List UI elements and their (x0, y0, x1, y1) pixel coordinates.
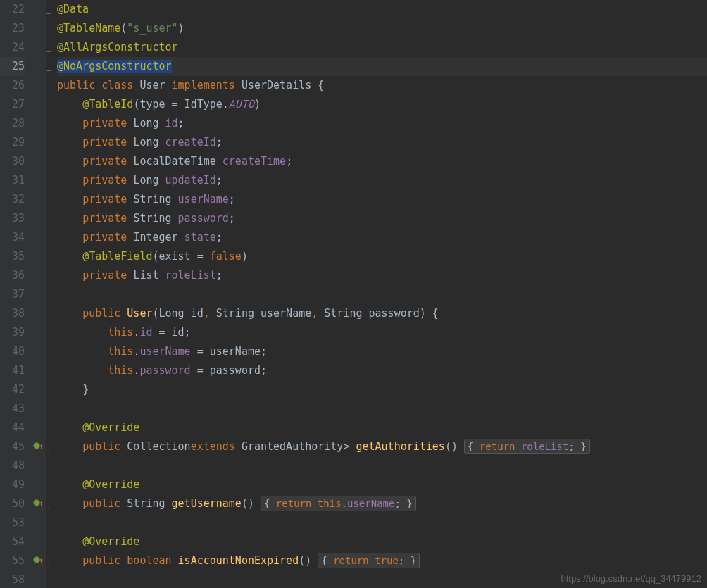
line-number[interactable]: 40 (0, 342, 25, 361)
code-line[interactable]: private Integer state; (57, 228, 707, 247)
line-number[interactable]: 45 (0, 437, 25, 456)
line-number[interactable]: 58 (0, 570, 25, 588)
line-number[interactable]: 54 (0, 532, 25, 551)
line-number[interactable]: 50 (0, 494, 25, 513)
override-marker-icon[interactable]: ↑ (33, 551, 44, 570)
line-number[interactable]: 55 (0, 551, 25, 570)
line-number[interactable]: 42 (0, 380, 25, 399)
line-number[interactable]: 31 (0, 171, 25, 190)
line-number[interactable]: 25 (0, 57, 25, 76)
marker-column: ↑↑↑ (32, 0, 46, 588)
code-line[interactable]: private Long updateId; (57, 171, 707, 190)
line-number[interactable]: 28 (0, 114, 25, 133)
code-line[interactable]: @Data (57, 0, 707, 19)
line-number[interactable]: 36 (0, 266, 25, 285)
code-line[interactable]: public boolean isAccountNonExpired() { r… (57, 551, 707, 570)
line-number[interactable]: 32 (0, 190, 25, 209)
code-line[interactable]: public Collectionextends GrantedAuthorit… (57, 437, 707, 456)
code-line[interactable]: private Long createId; (57, 133, 707, 152)
line-number[interactable]: 26 (0, 76, 25, 95)
watermark-text: https://blog.csdn.net/qq_34479912 (561, 573, 702, 584)
code-line[interactable]: this.userName = userName; (57, 342, 707, 361)
line-number[interactable]: 38 (0, 304, 25, 323)
code-line[interactable]: private String password; (57, 209, 707, 228)
line-number[interactable]: 34 (0, 228, 25, 247)
folded-code-block[interactable]: { return true; } (318, 553, 420, 568)
line-number[interactable]: 43 (0, 399, 25, 418)
code-line[interactable]: private String userName; (57, 190, 707, 209)
code-line[interactable] (57, 456, 707, 475)
code-line[interactable]: public User(Long id, String userName, St… (57, 304, 707, 323)
code-line[interactable]: @TableField(exist = false) (57, 247, 707, 266)
code-line[interactable]: @TableName("s_user") (57, 19, 707, 38)
code-line[interactable]: private Long id; (57, 114, 707, 133)
folded-code-block[interactable]: { return roleList; } (464, 439, 590, 454)
code-line[interactable] (57, 513, 707, 532)
override-marker-icon[interactable]: ↑ (33, 437, 44, 456)
code-line[interactable]: @Override (57, 418, 707, 437)
line-number[interactable]: 53 (0, 513, 25, 532)
code-line[interactable]: @Override (57, 475, 707, 494)
line-number[interactable]: 49 (0, 475, 25, 494)
line-number[interactable]: 41 (0, 361, 25, 380)
code-line[interactable] (57, 285, 707, 304)
line-number[interactable]: 23 (0, 19, 25, 38)
line-number-gutter[interactable]: 2223242526272829303132333435363738394041… (0, 0, 32, 588)
code-line[interactable]: @Override (57, 532, 707, 551)
code-line[interactable] (57, 399, 707, 418)
code-line[interactable]: public class User implements UserDetails… (57, 76, 707, 95)
line-number[interactable]: 24 (0, 38, 25, 57)
code-area[interactable]: @Data@TableName("s_user")@AllArgsConstru… (54, 0, 707, 588)
line-number[interactable]: 48 (0, 456, 25, 475)
code-line[interactable]: @TableId(type = IdType.AUTO) (57, 95, 707, 114)
code-line[interactable]: public String getUsername() { return thi… (57, 494, 707, 513)
line-number[interactable]: 22 (0, 0, 25, 19)
code-editor[interactable]: 2223242526272829303132333435363738394041… (0, 0, 707, 588)
line-number[interactable]: 27 (0, 95, 25, 114)
line-number[interactable]: 33 (0, 209, 25, 228)
override-marker-icon[interactable]: ↑ (33, 494, 44, 513)
code-line[interactable]: private LocalDateTime createTime; (57, 152, 707, 171)
line-number[interactable]: 37 (0, 285, 25, 304)
code-line[interactable]: @AllArgsConstructor (57, 38, 707, 57)
code-line[interactable]: @NoArgsConstructor (57, 57, 707, 76)
folded-code-block[interactable]: { return this.userName; } (261, 496, 416, 511)
line-number[interactable]: 35 (0, 247, 25, 266)
code-line[interactable]: this.id = id; (57, 323, 707, 342)
code-line[interactable]: } (57, 380, 707, 399)
line-number[interactable]: 44 (0, 418, 25, 437)
line-number[interactable]: 30 (0, 152, 25, 171)
code-line[interactable]: this.password = password; (57, 361, 707, 380)
line-number[interactable]: 39 (0, 323, 25, 342)
fold-column[interactable]: −−−−−+++ (46, 0, 54, 588)
line-number[interactable]: 29 (0, 133, 25, 152)
code-line[interactable]: private List roleList; (57, 266, 707, 285)
